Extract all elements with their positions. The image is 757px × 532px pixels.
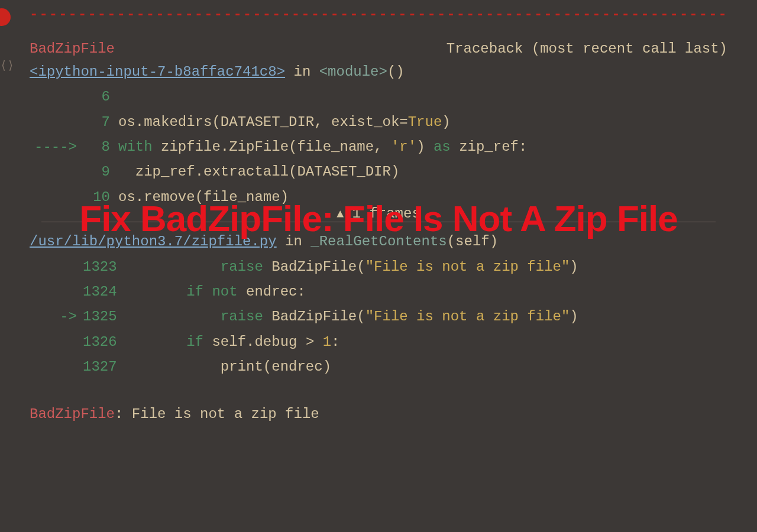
arrow-indicator <box>30 281 83 303</box>
final-error-name: BadZipFile <box>30 406 115 422</box>
code-line: 7os.makedirs(DATASET_DIR, exist_ok=True) <box>30 111 727 134</box>
code-text: zip_ref.extractall(DATASET_DIR) <box>118 161 399 183</box>
code-line: ---->8with zipfile.ZipFile(file_name, 'r… <box>30 136 727 158</box>
code-text: raise BadZipFile("File is not a zip file… <box>118 256 578 278</box>
arrow-indicator <box>30 161 83 183</box>
arrow-indicator <box>30 356 83 378</box>
frame-1-paren: () <box>387 64 405 80</box>
frame-1-header: <ipython-input-7-b8affac741c8> in <modul… <box>30 61 727 83</box>
error-header: BadZipFile Traceback (most recent call l… <box>30 38 727 60</box>
arrow-indicator <box>30 331 83 353</box>
code-text: if self.debug > 1: <box>118 331 340 353</box>
frame-1-in: in <box>285 64 319 80</box>
line-number: 6 <box>83 86 118 108</box>
chevron-icon: ⟨⟩ <box>0 57 14 76</box>
line-number: 1324 <box>83 281 118 303</box>
arrow-indicator: -> <box>30 306 83 328</box>
arrow-indicator: ----> <box>30 136 83 158</box>
line-number: 8 <box>83 136 118 158</box>
line-number: 1327 <box>83 356 118 378</box>
frame-1-module: <module> <box>319 64 387 80</box>
arrow-indicator <box>30 111 83 134</box>
code-line: ->1325 raise BadZipFile("File is not a z… <box>30 306 727 328</box>
arrow-indicator <box>30 86 83 108</box>
line-number: 1325 <box>83 306 118 328</box>
code-line: 1326 if self.debug > 1: <box>30 331 727 353</box>
code-text: raise BadZipFile("File is not a zip file… <box>118 306 578 328</box>
code-text: if not endrec: <box>118 281 306 303</box>
line-number: 7 <box>83 111 118 134</box>
final-msg: File is not a zip file <box>132 406 319 422</box>
frame-1-code: 67os.makedirs(DATASET_DIR, exist_ok=True… <box>30 86 727 209</box>
overlay-title: Fix BadZipFile: File Is Not A Zip File <box>0 194 757 244</box>
frame-2-code: 1323 raise BadZipFile("File is not a zip… <box>30 256 727 379</box>
code-line: 1324 if not endrec: <box>30 281 727 303</box>
code-line: 6 <box>30 86 727 108</box>
error-type: BadZipFile <box>30 38 115 60</box>
code-line: 9 zip_ref.extractall(DATASET_DIR) <box>30 161 727 183</box>
line-number: 1323 <box>83 256 118 278</box>
final-colon: : <box>115 406 132 422</box>
code-text: with zipfile.ZipFile(file_name, 'r') as … <box>118 136 527 158</box>
code-line: 1323 raise BadZipFile("File is not a zip… <box>30 256 727 278</box>
frame-1-link[interactable]: <ipython-input-7-b8affac741c8> <box>30 64 285 80</box>
code-line: 1327 print(endrec) <box>30 356 727 378</box>
line-number: 9 <box>83 161 118 183</box>
traceback-label: Traceback (most recent call last) <box>447 38 727 60</box>
code-text: os.makedirs(DATASET_DIR, exist_ok=True) <box>118 111 451 134</box>
separator-line: ----------------------------------------… <box>30 4 727 26</box>
code-text: print(endrec) <box>118 356 331 378</box>
arrow-indicator <box>30 256 83 278</box>
line-number: 1326 <box>83 331 118 353</box>
final-error: BadZipFile: File is not a zip file <box>30 403 727 426</box>
